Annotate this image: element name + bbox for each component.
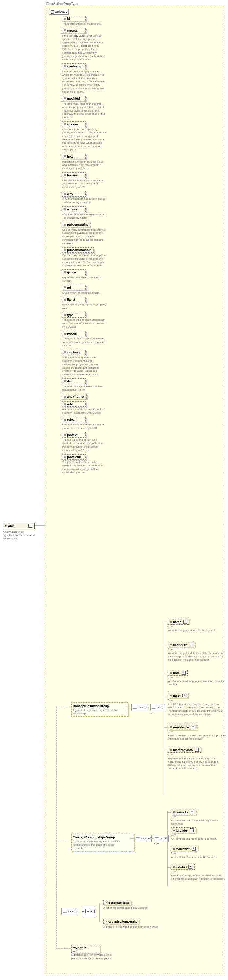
element-facet[interactable]: facet+0..∞In NAR 1.8 and later, facet is… [168, 692, 226, 716]
expand-icon[interactable]: − [28, 524, 32, 528]
element-name[interactable]: name+0..∞A natural language name for the… [168, 619, 226, 632]
element-organisationdetails[interactable]: organisationDetails A group of propertie… [103, 919, 178, 929]
attribute-dir[interactable]: dirThe directionality of textual content… [62, 378, 111, 392]
attribute-any-other[interactable]: any ##other [62, 394, 111, 399]
attribute-typeuri[interactable]: typeuriThe type of the concept assigned … [62, 331, 111, 347]
expand-icon[interactable]: + [192, 846, 196, 851]
attribute-why[interactable]: whyWhy the metadata has been included - … [62, 191, 111, 204]
attribute-box[interactable]: creator [62, 28, 86, 33]
element-name: facet [173, 694, 180, 697]
attribute-box[interactable]: jobtitleuri [62, 454, 86, 460]
attribute-desc: The job title of the person who created … [62, 461, 106, 474]
expand-icon[interactable]: + [190, 828, 194, 832]
element-name: hierarchyInfo [173, 748, 193, 752]
attribute-creator[interactable]: creatorIf the property value is not defi… [62, 28, 111, 62]
attribute-box[interactable]: qcode [62, 269, 86, 275]
sequence-icon[interactable]: − [150, 704, 165, 711]
attribute-xml-lang[interactable]: xml:langSpecifies the language of this p… [62, 350, 111, 376]
element-definition[interactable]: definition+0..∞A natural language defini… [168, 641, 226, 662]
attribute-jobtitle[interactable]: jobtitleThe job title of the person who … [62, 432, 111, 452]
attribute-box[interactable]: id [62, 16, 86, 21]
group-conceptdefinition[interactable]: ConceptDefinitionGroup A group of proper… [71, 702, 128, 717]
attribute-literal[interactable]: literalA free-text value assigned as pro… [62, 297, 111, 310]
attribute-type[interactable]: typeThe type of the concept assigned as … [62, 312, 111, 329]
attribute-box[interactable]: pubconstraint [62, 222, 90, 227]
attribute-modified[interactable]: modifiedThe date (and, optionally, the t… [62, 96, 111, 119]
element-persondetails[interactable]: personDetails A set of properties specif… [103, 900, 178, 910]
attribute-box[interactable]: type [62, 312, 86, 318]
attribute-name: jobtitle [67, 433, 77, 436]
attribute-box[interactable]: howuri [62, 172, 86, 178]
element-broader[interactable]: broader+0..∞An identifier of a more gene… [171, 827, 228, 841]
attribute-box[interactable]: how [62, 154, 86, 159]
attribute-whyuri[interactable]: whyuriWhy the metadata has been included… [62, 206, 111, 220]
attribute-box[interactable]: custom [62, 121, 86, 127]
attribute-pubconstraint[interactable]: pubconstraintOne or many constraints tha… [62, 222, 111, 245]
expand-icon[interactable]: + [182, 694, 186, 697]
cardinality-label: 0..∞ [168, 730, 226, 733]
group-conceptdefinition-desc: A group of properties required to define… [73, 709, 121, 715]
attribute-box[interactable]: literal [62, 297, 86, 302]
collapse-icon[interactable]: − [51, 11, 54, 14]
attribute-desc: The job title of the person who created … [62, 439, 106, 452]
attribute-box[interactable]: typeuri [62, 331, 86, 336]
attribute-name: creatoruri [67, 64, 81, 68]
attribute-icon [64, 29, 66, 32]
expand-icon[interactable]: + [188, 865, 192, 869]
attribute-box[interactable]: modified [62, 96, 86, 101]
element-name: broader [176, 829, 188, 832]
attribute-icon [64, 193, 66, 195]
attribute-desc: A free-text value assigned as property v… [62, 303, 106, 310]
any-other-element[interactable]: any ##other 0..∞ [71, 945, 100, 953]
attribute-box[interactable]: why [62, 191, 86, 197]
attribute-box[interactable]: pubconstrainturi [62, 247, 94, 253]
element-related[interactable]: related+0..∞A related concept, where the… [171, 864, 228, 881]
element-hierarchyinfo[interactable]: hierarchyInfo+0..∞Represents the positio… [168, 747, 226, 770]
attribute-box[interactable]: xml:lang [62, 350, 86, 355]
root-element-box[interactable]: creator − [3, 523, 35, 529]
expand-icon[interactable]: + [183, 620, 187, 624]
expand-icon[interactable]: + [195, 748, 199, 752]
attribute-box[interactable]: roleuri [62, 417, 86, 422]
sequence-icon[interactable]: − [62, 908, 78, 915]
expand-icon[interactable]: + [182, 671, 185, 675]
attribute-desc: Why the metadata has been included - exp… [62, 213, 106, 220]
attribute-id[interactable]: idThe local identifier of the property. [62, 16, 111, 26]
attributes-column: idThe local identifier of the property.c… [62, 14, 111, 474]
choice-icon[interactable]: − [82, 906, 95, 917]
sequence-icon[interactable]: − [131, 704, 148, 711]
attribute-box[interactable]: jobtitle [62, 432, 86, 438]
attribute-creatoruri[interactable]: creatoruriIf the attribute is empty, spe… [62, 64, 111, 94]
attribute-qcode[interactable]: qcodeA qualified code which identifies a… [62, 269, 111, 283]
attribute-box[interactable]: creatoruri [62, 64, 86, 69]
organisationdetails-desc: A group of properties specific to an org… [103, 925, 178, 929]
attribute-box[interactable]: role [62, 401, 86, 407]
attribute-custom[interactable]: customIf set to true the corresponding p… [62, 121, 111, 152]
attribute-pubconstrainturi[interactable]: pubconstrainturiOne or many constraints … [62, 247, 111, 267]
attribute-how[interactable]: howIndicates by which means the value wa… [62, 154, 111, 170]
sequence-icon[interactable]: − [135, 835, 152, 842]
element-icon [106, 921, 107, 923]
expand-icon[interactable]: + [189, 643, 193, 646]
attribute-box[interactable]: dir [62, 378, 86, 384]
expand-icon[interactable]: + [191, 725, 195, 729]
attribute-desc: The type of the concept assigned as cont… [62, 337, 106, 347]
attribute-jobtitleuri[interactable]: jobtitleuriThe job title of the person w… [62, 454, 111, 474]
element-narrower[interactable]: narrower+0..∞An identifier of a more spe… [171, 846, 228, 859]
attribute-howuri[interactable]: howuriIndicates by which means the value… [62, 172, 111, 189]
sequence-icon[interactable]: − [154, 835, 169, 842]
expand-icon[interactable]: + [190, 810, 194, 814]
element-remoteinfo[interactable]: remoteInfo+0..∞A link to an item or a we… [168, 724, 226, 741]
attribute-role[interactable]: roleA refinement of the semantics of the… [62, 401, 111, 415]
element-sameas[interactable]: sameAs+0..∞An identifier of a concept wi… [171, 809, 228, 826]
element-note[interactable]: note+0..∞Additional natural language inf… [168, 670, 226, 686]
attribute-uri[interactable]: uriA URI which identifies a concept. [62, 285, 111, 295]
element-icon [170, 726, 172, 728]
group-conceptrelationships[interactable]: ConceptRelationshipsGroup A group of pro… [71, 834, 134, 851]
attribute-box[interactable]: whyuri [62, 206, 86, 212]
attribute-name: roleuri [67, 418, 77, 421]
attribute-name: why [67, 192, 73, 196]
attribute-box[interactable]: uri [62, 285, 86, 290]
attribute-roleuri[interactable]: roleuriA refinement of the semantics of … [62, 417, 111, 430]
attribute-box[interactable]: any ##other [62, 394, 87, 399]
